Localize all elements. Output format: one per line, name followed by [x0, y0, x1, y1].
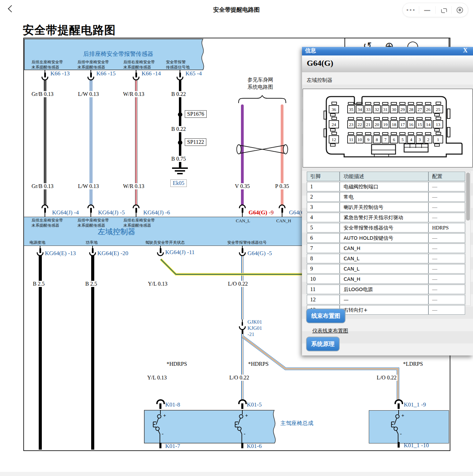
table-row: 3喇叭开关控制信号—	[307, 202, 465, 212]
svg-text:6: 6	[393, 137, 395, 142]
pin-label[interactable]: K01-6	[247, 443, 262, 450]
wire-lo	[241, 334, 244, 400]
table-cell: 右转向灯+	[340, 305, 428, 315]
window-capsule: ••• —	[402, 3, 468, 17]
table-cell: 7	[307, 243, 340, 253]
seat-band-label: 主驾座椅总成	[280, 420, 313, 427]
pin-label[interactable]: KG64(J) -6	[143, 209, 170, 216]
pin-bar	[281, 208, 283, 213]
wire-label: V 0.35	[234, 183, 251, 189]
table-row: 8CAN_L—	[307, 254, 465, 263]
svg-text:3: 3	[419, 137, 421, 142]
table-header-row: 引脚功能描述配置	[307, 172, 465, 181]
pin-label[interactable]: K01-8	[165, 401, 180, 408]
popup-titlebar[interactable]: 信息 X	[302, 47, 473, 55]
pin-label[interactable]: K65 -4	[185, 70, 202, 77]
restore-button[interactable]	[436, 3, 452, 17]
table-cell: —	[428, 202, 465, 212]
table-cell: 常电	[340, 192, 428, 202]
system-principle-button[interactable]: 系统原理	[306, 337, 340, 351]
svg-text:21: 21	[366, 122, 371, 127]
pin-label[interactable]: K66 -13	[50, 70, 70, 77]
can-h-label: CAN_H	[276, 218, 291, 224]
table-cell: 后LOGO电源	[340, 285, 428, 294]
table-cell: —	[428, 274, 465, 284]
connector-name: G64(G)	[307, 59, 333, 68]
table-cell: CAN_H	[340, 243, 428, 253]
inline-connector-label[interactable]: KJG01	[247, 325, 262, 331]
close-icon[interactable]: X	[463, 47, 468, 54]
option-tag: *LDRPS	[403, 361, 423, 367]
table-row: 11后LOGO电源—	[307, 285, 465, 294]
popup-title: 信息	[305, 47, 316, 54]
pin-bar	[398, 403, 400, 409]
pin-label[interactable]: KG64(J) -5	[98, 209, 125, 216]
table-cell: 4	[307, 213, 340, 222]
restore-icon	[441, 8, 446, 12]
splice-ref[interactable]: SP1676	[185, 110, 207, 118]
splice-dot	[178, 112, 182, 117]
pin-label-red[interactable]: G64(G) -9	[248, 209, 274, 216]
svg-text:34: 34	[357, 107, 362, 112]
svg-text:25: 25	[436, 107, 440, 112]
pin-label[interactable]: G64(G) -5	[247, 250, 272, 257]
pin-label[interactable]: K66 -14	[142, 70, 161, 77]
pin-stub	[90, 212, 91, 217]
pin-bar	[242, 322, 243, 326]
table-scrollbar-thumb[interactable]	[466, 173, 470, 221]
wire-label: W/R 0.13	[122, 91, 145, 97]
pin-label[interactable]: K01_1 -9	[404, 401, 426, 408]
more-button[interactable]: •••	[403, 3, 419, 17]
svg-text:24: 24	[332, 122, 337, 127]
table-row: 12——	[307, 295, 465, 304]
ground-ref[interactable]: Ek05	[170, 179, 187, 187]
svg-text:5: 5	[401, 137, 404, 142]
table-cell: 喇叭开关控制信号	[340, 202, 428, 212]
seat-band-right	[369, 410, 449, 443]
svg-text:16: 16	[409, 122, 414, 127]
page-title: 安全带提醒电路图	[23, 23, 116, 38]
app-bar: 安全带提醒电路图 ••• —	[0, 0, 473, 19]
pin-bar	[242, 329, 243, 334]
switch-plus: +	[245, 413, 248, 418]
close-capsule-button[interactable]	[452, 3, 468, 17]
instrument-harness-link[interactable]: 仪表线束布置图	[312, 328, 348, 334]
ground-icon	[177, 173, 183, 174]
pin-label[interactable]: K66 -15	[96, 70, 116, 77]
wire-label: L/O 0.22	[227, 281, 249, 287]
port-label: 安全带报警传感器信号	[227, 240, 267, 245]
table-cell: —	[428, 285, 465, 294]
splice-ref[interactable]: SP1122	[185, 138, 206, 146]
svg-text:20: 20	[375, 122, 379, 127]
pin-label[interactable]: KG64(E) -20	[97, 250, 128, 257]
table-cell: 10	[307, 274, 340, 284]
pin-label[interactable]: K01_1 -10	[404, 442, 429, 449]
more-icon: •••	[406, 8, 415, 13]
ground-icon	[172, 167, 188, 169]
sensor-label: 后排左座椅安全带未系提醒传感器	[32, 60, 63, 70]
dest-label: 后排左座椅安全带未系提醒传感器	[32, 218, 63, 228]
svg-text:9: 9	[367, 137, 369, 142]
pin-label[interactable]: KG64(J) -4	[52, 209, 79, 216]
table-cell: 9	[307, 264, 340, 274]
sensor-label: 后排中座椅安全带未系提醒传感器	[77, 60, 109, 70]
minimize-button[interactable]: —	[419, 3, 435, 17]
pin-label[interactable]: K01-7	[165, 443, 180, 450]
switch-plus: +	[401, 413, 404, 418]
table-cell: 安全带报警传感器信号	[340, 223, 428, 233]
pin-label[interactable]: KG64(J) -11	[165, 249, 195, 256]
wire-label: B 0.22	[170, 126, 187, 132]
svg-text:23: 23	[349, 122, 353, 127]
pin-bar	[398, 442, 400, 448]
table-cell: CAN_L	[340, 264, 428, 274]
port-label: 电源接地	[29, 240, 45, 245]
harness-layout-button[interactable]: 线束布置图	[306, 309, 345, 323]
svg-text:12: 12	[332, 137, 336, 142]
svg-text:36: 36	[332, 107, 337, 112]
port-label: 驾驶员安全带开关状态	[145, 240, 185, 245]
pin-label[interactable]: K01-5	[247, 401, 262, 408]
svg-text:1: 1	[437, 137, 439, 142]
inline-connector-label[interactable]: GJK01	[247, 319, 262, 325]
svg-text:4: 4	[410, 137, 412, 142]
pin-label[interactable]: KG64(E) -13	[45, 250, 76, 257]
